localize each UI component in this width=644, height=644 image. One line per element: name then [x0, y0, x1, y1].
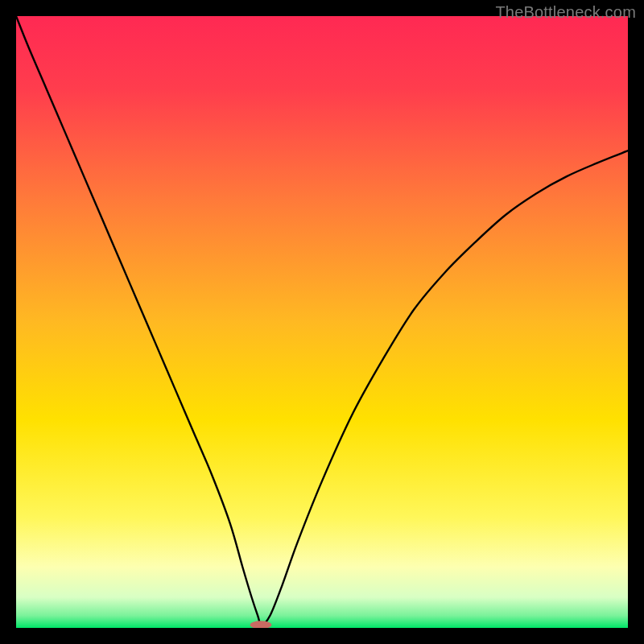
- gradient-background: [16, 16, 628, 628]
- chart-canvas: [16, 16, 628, 628]
- watermark-text: TheBottleneck.com: [495, 3, 636, 22]
- chart-frame: [16, 16, 628, 628]
